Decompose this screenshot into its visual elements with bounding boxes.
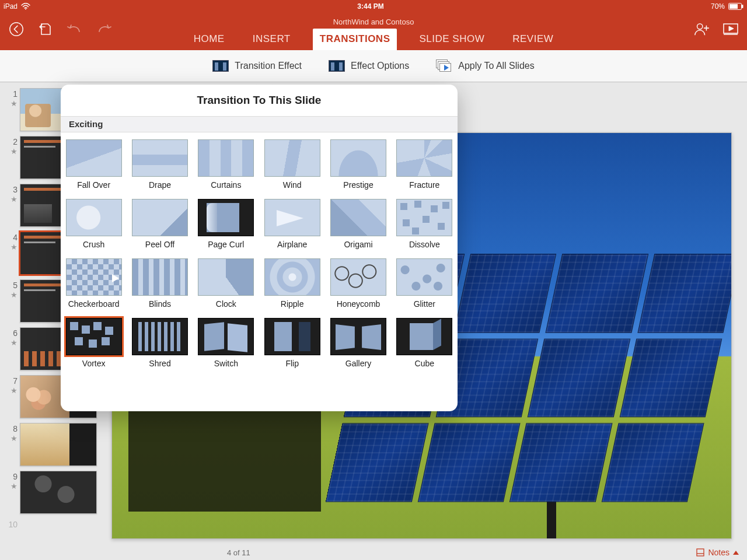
ribbon-tabbar: HOME INSERT TRANSITIONS SLIDE SHOW REVIE… [0,30,747,50]
transition-label: Peel Off [145,240,174,249]
transition-option-drape[interactable]: Drape [127,135,193,194]
transition-option-fracture[interactable]: Fracture [392,135,458,194]
transition-thumb [66,258,122,296]
transition-option-peel-off[interactable]: Peel Off [127,194,193,254]
thumb-number: 4 [5,232,18,242]
ribbon-transitions: Transition Effect Effect Options Apply T… [0,50,747,82]
transition-option-blinds[interactable]: Blinds [127,254,193,313]
transition-thumb [198,199,254,236]
transition-thumb [66,318,122,355]
thumb-number: 3 [5,184,18,194]
thumb-row-9[interactable]: 9★ [0,468,108,516]
transition-label: Crush [83,240,104,249]
transition-label: Airplane [277,240,307,249]
tab-review[interactable]: REVIEW [507,30,559,50]
transition-popover[interactable]: Transition To This Slide Exciting Fall O… [61,85,458,411]
transition-star-icon: ★ [11,195,18,203]
transition-option-fall-over[interactable]: Fall Over [61,135,127,194]
transition-effect-label: Transition Effect [235,61,302,71]
thumb-number: 10 [5,519,18,529]
transition-label: Flip [285,359,299,368]
transition-thumb [132,139,188,177]
transition-label: Wind [283,180,302,190]
transition-thumb [264,139,320,177]
slide-thumb-8[interactable] [20,423,97,466]
chevron-up-icon [733,551,739,555]
transition-option-origami[interactable]: Origami [325,194,391,254]
svg-point-5 [697,24,703,29]
transition-option-wind[interactable]: Wind [259,135,325,194]
tab-insert[interactable]: INSERT [247,30,296,50]
clock-label: 3:44 PM [357,2,383,10]
transition-grid: Fall OverDrapeCurtainsWindPrestigeFractu… [61,132,458,379]
thumb-number: 2 [5,136,18,146]
effect-options-label: Effect Options [351,61,409,71]
transition-option-curtains[interactable]: Curtains [193,135,259,194]
transition-thumb [264,199,320,236]
thumb-number: 6 [5,327,18,338]
thumb-row-10[interactable]: 10 [0,516,108,531]
transition-effect-icon [212,60,229,72]
transition-effect-button[interactable]: Transition Effect [212,60,302,72]
transition-label: Cube [415,359,434,368]
transition-star-icon: ★ [11,387,18,394]
transition-option-checkerboard[interactable]: Checkerboard [61,254,127,313]
notes-label: Notes [708,548,729,557]
transition-thumb [66,139,122,177]
transition-label: Vortex [82,359,106,368]
popover-section-label: Exciting [61,116,458,132]
tab-transitions[interactable]: TRANSITIONS [313,29,397,50]
slide-thumb-9[interactable] [20,471,97,514]
wifi-icon [21,3,30,10]
transition-thumb [396,258,452,296]
transition-thumb [132,258,188,296]
apply-to-all-button[interactable]: Apply To All Slides [436,60,534,72]
transition-thumb [264,258,320,296]
transition-option-honeycomb[interactable]: Honeycomb [325,254,391,313]
transition-star-icon: ★ [11,482,18,490]
transition-label: Ripple [281,299,304,309]
transition-thumb [264,318,320,355]
transition-option-dissolve[interactable]: Dissolve [392,194,458,254]
notes-toggle[interactable]: Notes [696,548,739,557]
transition-option-page-curl[interactable]: Page Curl [193,194,259,254]
transition-option-ripple[interactable]: Ripple [259,254,325,313]
transition-option-crush[interactable]: Crush [61,194,127,254]
transition-option-vortex[interactable]: Vortex [61,313,127,373]
transition-label: Prestige [343,180,373,190]
transition-thumb [396,318,452,355]
transition-label: Checkerboard [68,299,120,309]
transition-label: Page Curl [208,240,244,249]
transition-option-cube[interactable]: Cube [392,313,458,373]
tab-home[interactable]: HOME [188,30,231,50]
transition-star-icon: ★ [11,243,18,251]
tab-slideshow[interactable]: SLIDE SHOW [413,30,490,50]
battery-percent: 70% [711,2,725,10]
transition-option-shred[interactable]: Shred [127,313,193,373]
transition-thumb [330,258,386,296]
svg-rect-7 [697,549,704,556]
transition-thumb [198,258,254,296]
effect-options-button[interactable]: Effect Options [329,60,409,72]
ios-status-bar: iPad 3:44 PM 70% [0,0,747,13]
transition-option-flip[interactable]: Flip [259,313,325,373]
document-title: NorthWind and Contoso [0,18,747,26]
transition-label: Dissolve [409,240,440,249]
transition-label: Honeycomb [337,299,381,309]
transition-thumb [198,139,254,177]
slide-counter: 4 of 11 [227,548,250,557]
thumb-number: 9 [5,471,18,481]
notes-icon [696,548,704,556]
effect-options-icon [329,60,345,72]
transition-option-prestige[interactable]: Prestige [325,135,391,194]
thumb-row-8[interactable]: 8★ [0,421,108,468]
transition-option-gallery[interactable]: Gallery [325,313,391,373]
transition-label: Shred [149,359,170,368]
transition-option-clock[interactable]: Clock [193,254,259,313]
transition-option-airplane[interactable]: Airplane [259,194,325,254]
transition-option-switch[interactable]: Switch [193,313,259,373]
transition-option-glitter[interactable]: Glitter [392,254,458,313]
transition-label: Glitter [414,299,435,309]
transition-star-icon: ★ [11,339,18,346]
transition-label: Origami [344,240,372,249]
